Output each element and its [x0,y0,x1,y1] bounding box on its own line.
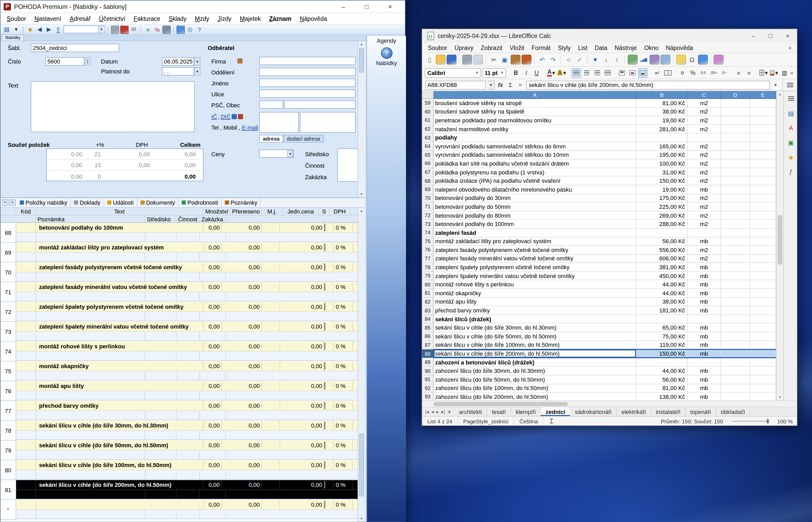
cell-note-kod[interactable] [16,312,36,321]
calc-format-percent-icon[interactable]: % [688,68,698,77]
cell-D91[interactable] [721,376,750,384]
cell-s[interactable] [324,322,334,331]
cell-D71[interactable] [721,203,750,211]
cell-stredisko[interactable] [145,510,176,519]
cell-C72[interactable]: m2 [688,211,721,220]
column-header-e[interactable]: E [750,91,776,99]
pohoda-record-prev-icon[interactable]: ◀ [35,25,44,34]
cell-A69[interactable]: nalepení obvodového dilatačního mirelono… [434,185,637,194]
scroll-down-icon[interactable]: ▼ [358,515,365,521]
calc-background-color-icon[interactable]: ▾ [769,68,779,77]
platnost-do-input[interactable]: . . [162,67,194,76]
cell-D92[interactable] [721,384,750,393]
calc-align-left-icon[interactable] [571,68,581,77]
cell-mj[interactable] [262,421,280,430]
cell-cinnost[interactable] [176,292,200,301]
row-header-86[interactable]: 86 [422,332,434,341]
pohoda-close-button[interactable]: × [378,0,402,13]
pohoda-link-icon[interactable] [176,25,185,34]
cell-dph[interactable]: 0 % [334,480,353,489]
cell-cinnost[interactable] [176,510,200,519]
pohoda-minimize-button[interactable]: – [332,0,355,13]
cell-preneseno[interactable]: 0,00 [222,421,262,430]
calc-print-icon[interactable] [462,55,472,64]
cell-note-kod[interactable] [16,490,36,499]
cell-s[interactable] [324,460,334,470]
pohoda-menu-zaznam[interactable]: Záznam [265,13,296,24]
cell-D79[interactable] [721,272,750,280]
sheet-tab-elektrikari[interactable]: elektrikáři [617,407,651,416]
cell-C76[interactable]: m2 [688,246,721,254]
cell-note-kod[interactable] [16,253,36,261]
calc-sort-descending-icon[interactable]: ↑ [612,55,622,64]
cell-s[interactable] [324,342,334,351]
cell-A81[interactable]: montáž okapničky [434,289,637,298]
email-link[interactable]: E-mail [242,124,258,131]
horizontal-scrollbar[interactable] [422,400,797,407]
cell-C67[interactable]: m2 [688,168,721,177]
function-wizard-icon[interactable]: fx [497,82,504,88]
checkbox-icon[interactable] [324,402,325,409]
cell-text[interactable]: montáž apu lišty [36,381,204,390]
item-row-72[interactable]: 72zateplení špalety polystyrenem včetně … [1,302,358,322]
cell-C92[interactable]: mb [688,384,721,393]
cell-text[interactable]: montáž zakládací lišty pro zateplovací s… [36,243,204,252]
cell-A62[interactable]: natažení marmolitové omítky [434,125,637,134]
cell-D90[interactable] [721,367,750,376]
dic-link[interactable]: DIČ [221,114,231,120]
cell-B65[interactable]: 195,00 Kč [637,151,688,159]
cell-D75[interactable] [721,237,750,246]
row-header-85[interactable]: 85 [422,324,434,332]
cell-C93[interactable]: mb [688,393,721,400]
cell-preneseno[interactable]: 0,00 [222,342,262,351]
ares-lookup-icon[interactable] [232,114,237,119]
cell-B76[interactable]: 556,00 Kč [637,246,688,254]
calc-decrease-indent-icon[interactable]: « [734,68,743,77]
checkbox-icon[interactable] [324,461,325,469]
checkbox-icon[interactable] [324,362,325,370]
cell-E71[interactable] [750,203,776,211]
cell-kod[interactable] [16,361,36,371]
calc-insert-pivot-icon[interactable] [650,55,660,64]
checkbox-icon[interactable] [324,283,325,290]
cell-dph[interactable]: 0 % [334,441,353,450]
cell-A86[interactable]: sekání šlicu v cihle (do šíře 50mm, do h… [434,332,637,341]
cell-text[interactable]: sekání šlicu v cihle (do šíře 200mm, do … [36,480,204,489]
cell-E85[interactable] [750,324,776,332]
cell-A80[interactable]: montáž rohové lišty s perlinkou [434,280,637,289]
cell-A59[interactable]: broušení sádrové stěrky na stropě [434,99,637,107]
cell-mj[interactable] [262,381,280,390]
cell-cinnost[interactable] [176,272,200,281]
calc-menu-styly[interactable]: Styly [554,44,575,51]
row-header-64[interactable]: 64 [422,142,434,151]
scroll-up-icon[interactable]: ▲ [358,41,365,47]
cell-s[interactable] [324,243,334,252]
calc-save-icon[interactable] [446,55,457,64]
cell-C83[interactable]: mb [688,306,721,315]
cell-mnozstvi[interactable]: 0,00 [204,262,222,272]
tel-email-box[interactable] [300,112,355,133]
cell-preneseno[interactable]: 0,00 [222,282,262,292]
scroll-down-icon[interactable]: ▼ [777,394,783,400]
cell-E67[interactable] [750,168,776,177]
cell-B63[interactable] [637,134,688,142]
cell-jedn-cena[interactable]: 0,00 [280,262,324,272]
row-header-89[interactable]: 89 [422,358,434,367]
cell-stredisko[interactable] [145,430,176,440]
cell-stredisko[interactable] [145,470,176,479]
cell-dph[interactable]: 0 % [334,262,353,272]
cell-zakazka[interactable] [200,391,226,400]
cell-C82[interactable]: mb [688,298,721,306]
cell-poznamka[interactable] [36,332,145,341]
cell-D86[interactable] [721,332,750,341]
calc-paste-icon[interactable] [511,55,521,64]
cell-A74[interactable]: zateplení fasád [434,228,637,237]
cell-D87[interactable] [721,341,750,349]
calc-wrap-text-icon[interactable]: ↵ [653,68,662,77]
calc-align-justify-icon[interactable] [603,68,612,77]
cell-zakazka[interactable] [200,371,226,380]
row-header-71[interactable]: 71 [422,203,434,211]
cell-mnozstvi[interactable]: 0,00 [204,381,222,390]
cell-cinnost[interactable] [176,233,200,242]
cell-kod[interactable] [16,381,36,390]
